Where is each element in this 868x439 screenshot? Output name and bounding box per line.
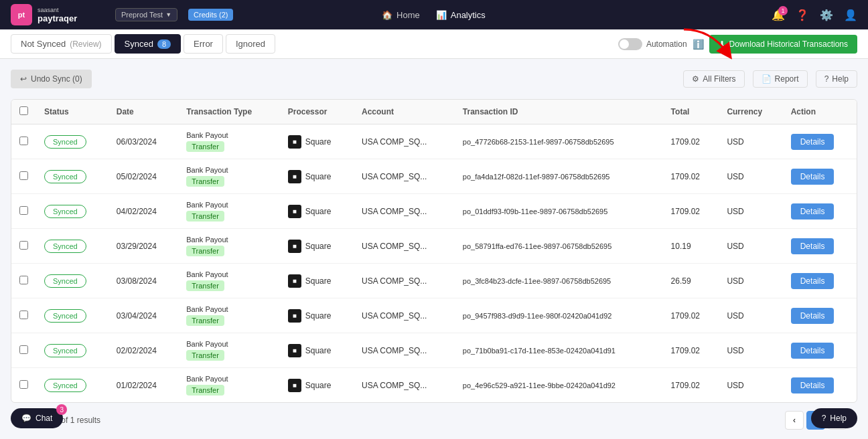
row-total-1: 1709.02 bbox=[663, 159, 719, 194]
row-checkbox-4[interactable] bbox=[19, 276, 28, 284]
row-account-0: USA COMP_SQ... bbox=[354, 124, 455, 159]
gear-icon: ⚙️ bbox=[820, 9, 833, 21]
credits-badge[interactable]: Credits (2) bbox=[188, 9, 233, 21]
undo-sync-button[interactable]: ↩ Undo Sync (0) bbox=[11, 70, 92, 88]
row-action-6: Details bbox=[783, 333, 857, 368]
row-date-0: 06/03/2024 bbox=[108, 124, 179, 159]
row-type-3: Bank Payout Transfer bbox=[178, 229, 279, 264]
details-button-1[interactable]: Details bbox=[791, 169, 835, 185]
automation-toggle[interactable] bbox=[618, 38, 642, 50]
row-processor-6: ■ Square bbox=[280, 333, 354, 368]
automation-label: Automation bbox=[646, 39, 687, 49]
table-row: Synced 04/02/2024 Bank Payout Transfer ■… bbox=[11, 194, 857, 229]
synced-badge: Synced bbox=[44, 344, 86, 357]
row-type-4: Bank Payout Transfer bbox=[178, 264, 279, 298]
row-total-4: 26.59 bbox=[663, 264, 719, 298]
col-total: Total bbox=[663, 100, 719, 124]
row-checkbox-6[interactable] bbox=[19, 345, 28, 354]
row-transaction-id-6: po_71b0ba91-c17d-11ee-853e-02420a041d91 bbox=[455, 333, 663, 368]
details-button-4[interactable]: Details bbox=[791, 273, 835, 289]
settings-button[interactable]: ⚙️ bbox=[820, 9, 833, 21]
tab-ignored[interactable]: Ignored bbox=[226, 34, 275, 54]
tab-error[interactable]: Error bbox=[184, 34, 223, 54]
row-checkbox-2[interactable] bbox=[19, 206, 28, 215]
row-transaction-id-0: po_47726b68-2153-11ef-9897-06758db52695 bbox=[455, 124, 663, 159]
row-action-7: Details bbox=[783, 368, 857, 403]
row-account-6: USA COMP_SQ... bbox=[354, 333, 455, 368]
row-date-6: 02/02/2024 bbox=[108, 333, 179, 368]
details-button-5[interactable]: Details bbox=[791, 308, 835, 324]
details-button-2[interactable]: Details bbox=[791, 203, 835, 220]
table-row: Synced 03/29/2024 Bank Payout Transfer ■… bbox=[11, 229, 857, 264]
row-currency-7: USD bbox=[719, 368, 782, 403]
synced-badge: Synced bbox=[44, 379, 86, 392]
analytics-nav-link[interactable]: 📊 Analytics bbox=[436, 10, 486, 20]
report-button[interactable]: 📄 Report bbox=[753, 70, 808, 88]
row-status-0: Synced bbox=[36, 124, 108, 159]
logo-sub: saasant bbox=[38, 7, 77, 13]
row-currency-0: USD bbox=[719, 124, 782, 159]
all-filters-button[interactable]: ⚙ All Filters bbox=[683, 70, 744, 88]
prev-page-button[interactable]: ‹ bbox=[785, 411, 804, 430]
row-checkbox-1[interactable] bbox=[19, 171, 28, 180]
row-checkbox-3[interactable] bbox=[19, 241, 28, 250]
details-button-0[interactable]: Details bbox=[791, 134, 835, 150]
row-total-5: 1709.02 bbox=[663, 298, 719, 333]
home-icon: 🏠 bbox=[382, 10, 392, 20]
download-historical-btn[interactable]: ⬇ Download Historical Transactions bbox=[709, 35, 857, 54]
user-profile-button[interactable]: 👤 bbox=[844, 9, 857, 21]
chat-button[interactable]: 💬 Chat 3 bbox=[11, 408, 63, 428]
logo-name: paytraqer bbox=[38, 13, 77, 23]
row-processor-7: ■ Square bbox=[280, 368, 354, 403]
help-toolbar-button[interactable]: ? Help bbox=[816, 70, 857, 88]
table-row: Synced 02/02/2024 Bank Payout Transfer ■… bbox=[11, 333, 857, 368]
col-transaction-type: Transaction Type bbox=[178, 100, 279, 124]
report-icon: 📄 bbox=[762, 74, 772, 84]
row-status-6: Synced bbox=[36, 333, 108, 368]
nav-links: 🏠 Home 📊 Analytics bbox=[382, 10, 486, 20]
synced-badge: Synced bbox=[44, 240, 86, 253]
help-float-button[interactable]: ? Help bbox=[811, 408, 857, 428]
select-all-checkbox[interactable] bbox=[19, 106, 28, 115]
row-processor-2: ■ Square bbox=[280, 194, 354, 229]
row-checkbox-cell bbox=[11, 194, 36, 229]
row-total-3: 10.19 bbox=[663, 229, 719, 264]
square-logo-icon: ■ bbox=[288, 170, 301, 183]
nav-icons: 🔔 1 ❓ ⚙️ 👤 bbox=[772, 9, 857, 21]
row-status-4: Synced bbox=[36, 264, 108, 298]
details-button-6[interactable]: Details bbox=[791, 343, 835, 359]
square-logo-icon: ■ bbox=[288, 135, 301, 149]
toolbar-right: ⚙ All Filters 📄 Report ? Help bbox=[683, 70, 857, 88]
help-nav-button[interactable]: ❓ bbox=[796, 9, 809, 21]
toggle-knob bbox=[620, 39, 629, 49]
row-type-6: Bank Payout Transfer bbox=[178, 333, 279, 368]
row-currency-4: USD bbox=[719, 264, 782, 298]
details-button-3[interactable]: Details bbox=[791, 238, 835, 254]
row-type-5: Bank Payout Transfer bbox=[178, 298, 279, 333]
row-transaction-id-1: po_fa4da12f-082d-11ef-9897-06758db52695 bbox=[455, 159, 663, 194]
row-account-5: USA COMP_SQ... bbox=[354, 298, 455, 333]
row-checkbox-0[interactable] bbox=[19, 137, 28, 145]
notification-button[interactable]: 🔔 1 bbox=[772, 9, 785, 21]
col-currency: Currency bbox=[719, 100, 782, 124]
select-all-header bbox=[11, 100, 36, 124]
logo-area: pt saasant paytraqer bbox=[11, 4, 104, 25]
chevron-down-icon: ▼ bbox=[165, 11, 171, 18]
tabs-bar: Not Synced (Review) Synced 8 Error Ignor… bbox=[0, 29, 868, 59]
square-logo-icon: ■ bbox=[288, 240, 301, 253]
preprod-badge[interactable]: Preprod Test ▼ bbox=[115, 8, 177, 21]
row-processor-1: ■ Square bbox=[280, 159, 354, 194]
row-transaction-id-5: po_9457f983-d9d9-11ee-980f-02420a041d92 bbox=[455, 298, 663, 333]
tab-not-synced[interactable]: Not Synced (Review) bbox=[11, 34, 112, 54]
row-date-3: 03/29/2024 bbox=[108, 229, 179, 264]
home-nav-link[interactable]: 🏠 Home bbox=[382, 10, 420, 20]
col-status: Status bbox=[36, 100, 108, 124]
square-logo-icon: ■ bbox=[288, 205, 301, 218]
row-checkbox-5[interactable] bbox=[19, 311, 28, 319]
automation-info-icon[interactable]: ℹ️ bbox=[693, 39, 704, 50]
square-logo-icon: ■ bbox=[288, 379, 301, 392]
row-checkbox-7[interactable] bbox=[19, 380, 28, 389]
tab-synced[interactable]: Synced 8 bbox=[115, 34, 182, 54]
details-button-7[interactable]: Details bbox=[791, 377, 835, 393]
row-status-7: Synced bbox=[36, 368, 108, 403]
